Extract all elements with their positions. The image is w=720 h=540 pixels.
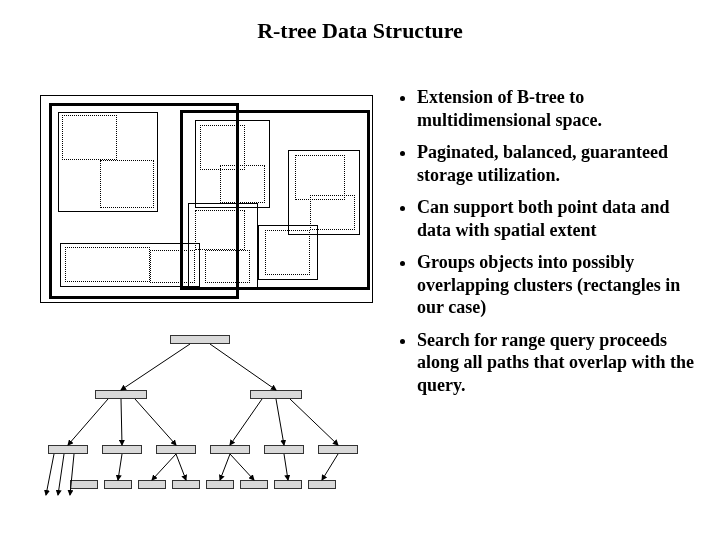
leaf-rect: [220, 165, 265, 203]
svg-line-4: [135, 399, 176, 445]
svg-line-13: [176, 454, 186, 480]
leaf-rect: [62, 115, 117, 160]
spatial-diagram: [40, 95, 375, 305]
bullet-item: Groups objects into possibly overlapping…: [417, 251, 695, 319]
svg-line-12: [152, 454, 176, 480]
svg-line-10: [70, 454, 74, 495]
leaf-rect: [310, 195, 355, 230]
svg-line-17: [322, 454, 338, 480]
leaf-rect: [150, 250, 195, 283]
svg-line-9: [58, 454, 64, 495]
bullet-item: Search for range query proceeds along al…: [417, 329, 695, 397]
svg-line-3: [121, 399, 122, 445]
slide-title: R-tree Data Structure: [0, 18, 720, 44]
leaf-rect: [200, 125, 245, 170]
tree-edges: [40, 335, 375, 505]
leaf-rect: [265, 230, 310, 275]
tree-diagram: [40, 335, 375, 505]
svg-line-14: [220, 454, 230, 480]
svg-line-1: [210, 344, 276, 390]
slide: R-tree Data Structure Extension of B-tre…: [0, 0, 720, 540]
bullet-item: Can support both point data and data wit…: [417, 196, 695, 241]
leaf-rect: [295, 155, 345, 200]
leaf-rect: [205, 250, 250, 283]
svg-line-0: [121, 344, 190, 390]
leaf-rect: [100, 160, 154, 208]
svg-line-2: [68, 399, 108, 445]
svg-line-5: [230, 399, 262, 445]
svg-line-16: [284, 454, 288, 480]
svg-line-11: [118, 454, 122, 480]
bullet-item: Paginated, balanced, guaranteed storage …: [417, 141, 695, 186]
svg-line-15: [230, 454, 254, 480]
bullet-item: Extension of B-tree to multidimensional …: [417, 86, 695, 131]
bullet-list: Extension of B-tree to multidimensional …: [395, 86, 695, 406]
leaf-rect: [195, 210, 245, 250]
svg-line-7: [290, 399, 338, 445]
leaf-rect: [65, 247, 150, 282]
svg-line-6: [276, 399, 284, 445]
svg-line-8: [46, 454, 54, 495]
